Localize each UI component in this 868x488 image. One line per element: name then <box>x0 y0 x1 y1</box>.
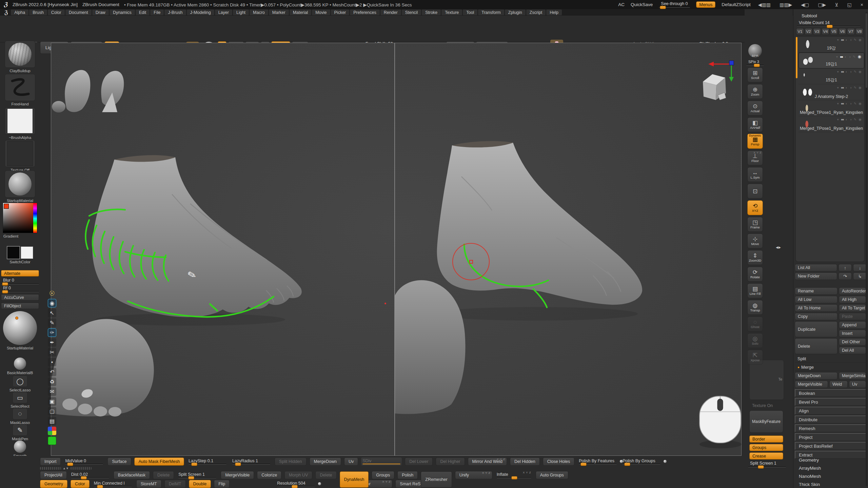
subtool-flat-button[interactable]: Remesh <box>795 424 867 432</box>
split-section[interactable]: Split <box>795 355 867 363</box>
menu-item[interactable]: Draw <box>92 9 109 15</box>
menu-item[interactable]: File <box>150 9 164 15</box>
bottom-bar-item[interactable]: DelMT <box>164 480 186 488</box>
bottom-bar-item[interactable]: ProjectAll <box>40 471 67 479</box>
bottom-bar-item[interactable]: Delete <box>153 471 174 479</box>
tool-strip-icon[interactable]: • <box>48 358 56 366</box>
tool-strip-icon[interactable]: ✑ <box>48 328 56 337</box>
right-shelf-button[interactable]: X Y Z ⊥ Floor <box>747 150 763 165</box>
shelf-right-icon[interactable]: ▥▥▶ <box>778 2 793 7</box>
subtool-flat-button[interactable]: Boolean <box>795 389 867 397</box>
right-shelf-button[interactable]: ◍ Transp <box>747 300 763 315</box>
bottom-bar-item[interactable]: Del Higher <box>436 458 465 466</box>
right-shelf-button[interactable]: ⊕ Zoom <box>747 84 763 99</box>
menu-item[interactable]: Preferences <box>350 9 379 15</box>
spix-slider[interactable]: SPix 3 <box>746 59 764 66</box>
tool-strip-icon[interactable]: ✉ <box>48 387 56 396</box>
bottom-bar-item[interactable]: StoreMT <box>136 480 161 488</box>
subtool-action-button[interactable]: All Low <box>795 296 837 303</box>
list-all-button[interactable]: List All <box>795 264 837 271</box>
tool-strip-icon[interactable]: ♻ <box>48 378 56 386</box>
bottom-bar-item[interactable]: Flip <box>214 480 230 488</box>
canvas-viewport[interactable]: ✎ <box>51 43 742 456</box>
panel-collapse-handle[interactable]: ◀▶ <box>776 246 781 249</box>
right-shelf-button[interactable]: ⟲ XYZ <box>747 200 763 215</box>
panel-scrollbar[interactable] <box>866 12 867 486</box>
bpr-button[interactable]: BPR <box>748 44 762 58</box>
tool-strip-icon[interactable]: ▢ <box>48 407 56 415</box>
tool-strip-icon[interactable]: ▤ <box>48 417 56 425</box>
bottom-bar-item[interactable]: SDiv <box>361 458 402 466</box>
menu-item[interactable]: Material <box>290 9 311 15</box>
bottom-bar-item[interactable]: Geometry <box>40 480 67 488</box>
right-shelf-button[interactable]: ⊡ <box>747 184 763 199</box>
hue-strip[interactable] <box>33 203 37 233</box>
merge-visible-button[interactable]: MergeVisible <box>795 381 828 388</box>
subtool-flat-button[interactable]: Align <box>795 407 867 414</box>
move-up-button[interactable]: ↑ <box>839 264 852 271</box>
mask-lasso-tool[interactable]: ◌ MaskLasso <box>0 408 40 425</box>
menu-item[interactable]: J-Brush <box>164 9 186 15</box>
visibility-tab[interactable]: V3 <box>813 28 821 35</box>
bottom-bar-item[interactable]: Uv <box>344 458 358 466</box>
bottom-bar-item[interactable]: MergeVisible <box>221 471 254 479</box>
right-shelf-button[interactable]: ⊹ Move <box>747 233 763 248</box>
subtool-flat-button[interactable]: Project <box>795 433 867 441</box>
menu-item[interactable]: Movie <box>312 9 330 15</box>
subtool-action-button[interactable]: Rename <box>795 287 837 295</box>
texture-preview-box[interactable]: Te <box>749 360 784 400</box>
menu-item[interactable]: Color <box>48 9 65 15</box>
secondary-color-swatch[interactable] <box>21 246 33 259</box>
tool-strip-icon[interactable]: ☉ <box>48 289 56 298</box>
menu-item[interactable]: Dynamics <box>110 9 135 15</box>
menu-item[interactable]: Render <box>380 9 401 15</box>
color-picker[interactable]: Gradient <box>0 203 40 238</box>
tool-strip-icon[interactable] <box>48 436 56 445</box>
tool-strip-icon[interactable]: ✎ <box>48 319 56 327</box>
bottom-bar-item[interactable]: Polish <box>397 471 418 479</box>
menu-item[interactable]: J-Modeling <box>187 9 214 15</box>
menu-item[interactable]: Help <box>546 9 562 15</box>
bottom-bar-item[interactable]: BackfaceMask <box>114 471 150 479</box>
tool-strip-icon[interactable]: ✂ <box>48 348 56 357</box>
subtool-item[interactable]: 19강1 <box>798 53 864 68</box>
subtool-item[interactable]: Merged_TPose1_Ryan_Kingslien <box>798 100 864 116</box>
rf-slider[interactable]: Rf 0 <box>1 286 39 292</box>
subtool-action-button[interactable]: All To Target <box>839 304 866 312</box>
bottom-bar-item[interactable]: Min Connected I <box>93 480 133 488</box>
visibility-tab[interactable]: V5 <box>830 28 838 35</box>
bottom-bar-item[interactable]: X Y Z Inflate <box>495 471 533 479</box>
bottom-bar-item[interactable]: Del Lower <box>405 458 433 466</box>
menu-item[interactable]: Zplugin <box>505 9 526 15</box>
subtool-item[interactable]: 15강1 <box>798 68 864 84</box>
material-b-selector[interactable]: BasicMaterialB <box>0 358 40 375</box>
tool-section-header[interactable]: Thick Skin <box>799 480 821 488</box>
bottom-bar-item[interactable]: Close Holes <box>543 458 574 466</box>
visibility-tab[interactable]: V6 <box>839 28 846 35</box>
bottom-bar-item[interactable]: Dist 0.02 <box>70 471 111 479</box>
blur-slider[interactable]: Blur 0 <box>1 278 39 284</box>
menu-item[interactable]: Tool <box>463 9 477 15</box>
smooth-brush[interactable]: Smooth <box>0 441 40 458</box>
texture-selector[interactable]: Texture Off <box>0 140 40 172</box>
main-color-swatch[interactable] <box>7 246 20 259</box>
default-zscript-button[interactable]: DefaultZScript <box>722 2 751 7</box>
material-selector[interactable]: StartupMaterial <box>0 170 40 203</box>
mask-pen-tool[interactable]: ✎ MaskPen <box>0 424 40 441</box>
bottom-bar-item[interactable]: ZRemesher <box>421 471 452 488</box>
move-out-button[interactable]: ↷ <box>839 272 852 280</box>
right-shelf-button[interactable]: ◧ AAHalf <box>747 117 763 132</box>
tool-section-header[interactable]: ArrayMesh <box>799 464 821 472</box>
select-lasso-tool[interactable]: ◯ SelectLasso <box>0 375 40 392</box>
subtool-scroll-indicator[interactable] <box>796 37 797 78</box>
bottom-bar-item[interactable]: Resolution 504 <box>276 480 316 488</box>
menu-item[interactable]: Macro <box>250 9 268 15</box>
uv-button[interactable]: Uv <box>849 381 866 388</box>
groups-button[interactable]: Groups <box>749 444 783 451</box>
bottom-bar-item[interactable]: LazyRadius 1 <box>231 458 272 466</box>
weld-button[interactable]: Weld <box>829 381 848 388</box>
bottom-bar-item[interactable]: Del Hidden <box>510 458 540 466</box>
zbrush-menu-icon[interactable]: ℨ <box>1 9 11 16</box>
subtool-item[interactable]: J Anatomy Step-2 <box>798 84 864 100</box>
select-rect-tool[interactable]: ▭ SelectRect <box>0 392 40 408</box>
